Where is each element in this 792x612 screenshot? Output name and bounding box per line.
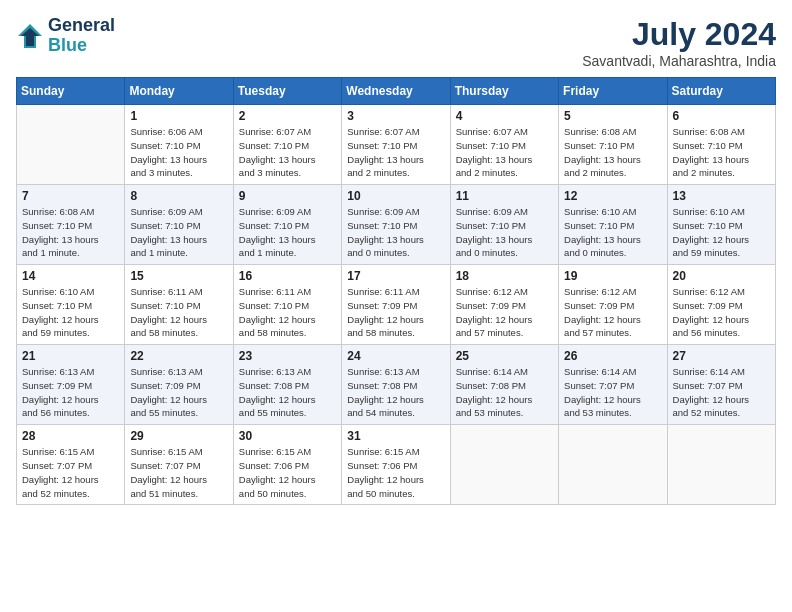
day-number: 21 [22, 349, 119, 363]
calendar-day-cell [559, 425, 667, 505]
day-info: Sunrise: 6:15 AM Sunset: 7:07 PM Dayligh… [22, 445, 119, 500]
calendar-day-cell: 23Sunrise: 6:13 AM Sunset: 7:08 PM Dayli… [233, 345, 341, 425]
day-info: Sunrise: 6:15 AM Sunset: 7:06 PM Dayligh… [239, 445, 336, 500]
day-info: Sunrise: 6:09 AM Sunset: 7:10 PM Dayligh… [456, 205, 553, 260]
day-number: 23 [239, 349, 336, 363]
calendar-day-cell: 8Sunrise: 6:09 AM Sunset: 7:10 PM Daylig… [125, 185, 233, 265]
calendar-day-cell: 21Sunrise: 6:13 AM Sunset: 7:09 PM Dayli… [17, 345, 125, 425]
day-info: Sunrise: 6:12 AM Sunset: 7:09 PM Dayligh… [673, 285, 770, 340]
day-number: 7 [22, 189, 119, 203]
calendar-header: SundayMondayTuesdayWednesdayThursdayFrid… [17, 78, 776, 105]
calendar-day-cell: 18Sunrise: 6:12 AM Sunset: 7:09 PM Dayli… [450, 265, 558, 345]
location: Savantvadi, Maharashtra, India [582, 53, 776, 69]
day-info: Sunrise: 6:14 AM Sunset: 7:07 PM Dayligh… [673, 365, 770, 420]
calendar-day-cell: 24Sunrise: 6:13 AM Sunset: 7:08 PM Dayli… [342, 345, 450, 425]
calendar-day-cell: 27Sunrise: 6:14 AM Sunset: 7:07 PM Dayli… [667, 345, 775, 425]
calendar-week-row: 21Sunrise: 6:13 AM Sunset: 7:09 PM Dayli… [17, 345, 776, 425]
calendar-day-cell: 5Sunrise: 6:08 AM Sunset: 7:10 PM Daylig… [559, 105, 667, 185]
day-number: 10 [347, 189, 444, 203]
day-number: 8 [130, 189, 227, 203]
day-number: 27 [673, 349, 770, 363]
day-info: Sunrise: 6:11 AM Sunset: 7:10 PM Dayligh… [239, 285, 336, 340]
day-number: 6 [673, 109, 770, 123]
day-number: 24 [347, 349, 444, 363]
day-number: 25 [456, 349, 553, 363]
calendar-day-cell: 9Sunrise: 6:09 AM Sunset: 7:10 PM Daylig… [233, 185, 341, 265]
day-number: 26 [564, 349, 661, 363]
weekday-header: Friday [559, 78, 667, 105]
day-info: Sunrise: 6:11 AM Sunset: 7:09 PM Dayligh… [347, 285, 444, 340]
calendar-day-cell: 28Sunrise: 6:15 AM Sunset: 7:07 PM Dayli… [17, 425, 125, 505]
weekday-header: Wednesday [342, 78, 450, 105]
day-info: Sunrise: 6:09 AM Sunset: 7:10 PM Dayligh… [130, 205, 227, 260]
day-number: 13 [673, 189, 770, 203]
day-number: 17 [347, 269, 444, 283]
day-number: 30 [239, 429, 336, 443]
day-info: Sunrise: 6:08 AM Sunset: 7:10 PM Dayligh… [22, 205, 119, 260]
calendar-week-row: 7Sunrise: 6:08 AM Sunset: 7:10 PM Daylig… [17, 185, 776, 265]
day-info: Sunrise: 6:10 AM Sunset: 7:10 PM Dayligh… [564, 205, 661, 260]
calendar-day-cell: 31Sunrise: 6:15 AM Sunset: 7:06 PM Dayli… [342, 425, 450, 505]
weekday-header: Saturday [667, 78, 775, 105]
calendar-day-cell: 30Sunrise: 6:15 AM Sunset: 7:06 PM Dayli… [233, 425, 341, 505]
day-info: Sunrise: 6:07 AM Sunset: 7:10 PM Dayligh… [456, 125, 553, 180]
day-info: Sunrise: 6:13 AM Sunset: 7:09 PM Dayligh… [130, 365, 227, 420]
day-number: 20 [673, 269, 770, 283]
day-info: Sunrise: 6:14 AM Sunset: 7:07 PM Dayligh… [564, 365, 661, 420]
calendar-week-row: 28Sunrise: 6:15 AM Sunset: 7:07 PM Dayli… [17, 425, 776, 505]
calendar-day-cell: 7Sunrise: 6:08 AM Sunset: 7:10 PM Daylig… [17, 185, 125, 265]
weekday-header: Monday [125, 78, 233, 105]
day-info: Sunrise: 6:07 AM Sunset: 7:10 PM Dayligh… [347, 125, 444, 180]
calendar-day-cell [450, 425, 558, 505]
day-number: 3 [347, 109, 444, 123]
calendar-day-cell [17, 105, 125, 185]
calendar-day-cell: 29Sunrise: 6:15 AM Sunset: 7:07 PM Dayli… [125, 425, 233, 505]
logo-line1: General [48, 16, 115, 36]
day-number: 4 [456, 109, 553, 123]
day-number: 15 [130, 269, 227, 283]
calendar-day-cell: 1Sunrise: 6:06 AM Sunset: 7:10 PM Daylig… [125, 105, 233, 185]
day-info: Sunrise: 6:08 AM Sunset: 7:10 PM Dayligh… [673, 125, 770, 180]
page-header: General Blue July 2024 Savantvadi, Mahar… [16, 16, 776, 69]
weekday-header: Sunday [17, 78, 125, 105]
day-info: Sunrise: 6:09 AM Sunset: 7:10 PM Dayligh… [347, 205, 444, 260]
day-number: 22 [130, 349, 227, 363]
day-number: 9 [239, 189, 336, 203]
day-info: Sunrise: 6:14 AM Sunset: 7:08 PM Dayligh… [456, 365, 553, 420]
calendar-day-cell: 19Sunrise: 6:12 AM Sunset: 7:09 PM Dayli… [559, 265, 667, 345]
day-info: Sunrise: 6:13 AM Sunset: 7:08 PM Dayligh… [347, 365, 444, 420]
calendar-day-cell: 14Sunrise: 6:10 AM Sunset: 7:10 PM Dayli… [17, 265, 125, 345]
day-info: Sunrise: 6:10 AM Sunset: 7:10 PM Dayligh… [673, 205, 770, 260]
calendar-week-row: 14Sunrise: 6:10 AM Sunset: 7:10 PM Dayli… [17, 265, 776, 345]
logo: General Blue [16, 16, 115, 56]
weekday-header: Tuesday [233, 78, 341, 105]
calendar-day-cell: 17Sunrise: 6:11 AM Sunset: 7:09 PM Dayli… [342, 265, 450, 345]
calendar-day-cell: 15Sunrise: 6:11 AM Sunset: 7:10 PM Dayli… [125, 265, 233, 345]
day-info: Sunrise: 6:06 AM Sunset: 7:10 PM Dayligh… [130, 125, 227, 180]
day-info: Sunrise: 6:07 AM Sunset: 7:10 PM Dayligh… [239, 125, 336, 180]
day-info: Sunrise: 6:09 AM Sunset: 7:10 PM Dayligh… [239, 205, 336, 260]
month-year: July 2024 [582, 16, 776, 53]
calendar-day-cell: 26Sunrise: 6:14 AM Sunset: 7:07 PM Dayli… [559, 345, 667, 425]
calendar-day-cell: 6Sunrise: 6:08 AM Sunset: 7:10 PM Daylig… [667, 105, 775, 185]
day-number: 12 [564, 189, 661, 203]
day-number: 14 [22, 269, 119, 283]
calendar-day-cell: 25Sunrise: 6:14 AM Sunset: 7:08 PM Dayli… [450, 345, 558, 425]
weekday-header-row: SundayMondayTuesdayWednesdayThursdayFrid… [17, 78, 776, 105]
day-number: 19 [564, 269, 661, 283]
logo-icon [16, 22, 44, 50]
calendar-day-cell: 22Sunrise: 6:13 AM Sunset: 7:09 PM Dayli… [125, 345, 233, 425]
calendar-day-cell: 4Sunrise: 6:07 AM Sunset: 7:10 PM Daylig… [450, 105, 558, 185]
calendar-day-cell: 2Sunrise: 6:07 AM Sunset: 7:10 PM Daylig… [233, 105, 341, 185]
day-info: Sunrise: 6:10 AM Sunset: 7:10 PM Dayligh… [22, 285, 119, 340]
day-info: Sunrise: 6:12 AM Sunset: 7:09 PM Dayligh… [564, 285, 661, 340]
calendar-day-cell: 20Sunrise: 6:12 AM Sunset: 7:09 PM Dayli… [667, 265, 775, 345]
day-info: Sunrise: 6:15 AM Sunset: 7:06 PM Dayligh… [347, 445, 444, 500]
logo-text: General Blue [48, 16, 115, 56]
day-number: 16 [239, 269, 336, 283]
day-number: 18 [456, 269, 553, 283]
calendar-day-cell: 12Sunrise: 6:10 AM Sunset: 7:10 PM Dayli… [559, 185, 667, 265]
day-number: 1 [130, 109, 227, 123]
day-number: 2 [239, 109, 336, 123]
calendar-day-cell: 3Sunrise: 6:07 AM Sunset: 7:10 PM Daylig… [342, 105, 450, 185]
